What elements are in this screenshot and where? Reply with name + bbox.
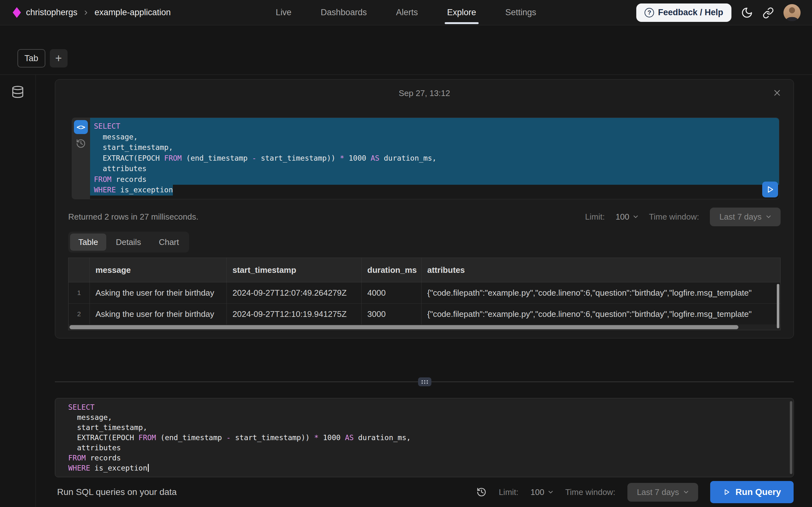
table-cell: {"code.filepath":"example.py","code.line… (421, 282, 780, 303)
breadcrumb-chevron-icon (83, 9, 90, 16)
share-link-button[interactable] (763, 7, 774, 18)
horizontal-scrollbar-thumb[interactable] (69, 325, 739, 329)
query-history-button[interactable] (476, 487, 487, 497)
play-icon (723, 488, 730, 496)
top-nav: christophergs example-application LiveDa… (0, 0, 812, 25)
sql-line: message, (64, 412, 794, 422)
time-window-value: Last 7 days (719, 212, 762, 222)
table-row[interactable]: 2Asking the user for their birthday2024-… (68, 303, 780, 325)
time-window-dropdown[interactable]: Last 7 days (627, 483, 698, 502)
nav-tab-explore[interactable]: Explore (447, 0, 476, 25)
chevron-down-icon (683, 491, 689, 494)
chevron-down-icon (633, 215, 638, 218)
column-header-start_timestamp: start_timestamp (227, 258, 362, 282)
explore-page: christophergs example-application LiveDa… (0, 0, 812, 507)
table-body: 1Asking the user for their birthday2024-… (68, 282, 780, 325)
sql-viewer-gutter: <> (72, 118, 90, 199)
time-window-value: Last 7 days (637, 487, 679, 497)
limit-value: 100 (531, 487, 544, 497)
column-header-attributes: attributes (421, 258, 780, 282)
dark-mode-toggle[interactable] (741, 7, 753, 19)
table-header-row: messagestart_timestampduration_msattribu… (68, 258, 780, 282)
query-tab[interactable]: Tab (17, 49, 45, 67)
result-controls: Limit: 100 Time window: Last 7 days (585, 208, 780, 226)
table-cell: 2024-09-27T12:07:49.264279Z (227, 282, 362, 303)
time-window-label: Time window: (565, 487, 615, 497)
database-schema-button[interactable] (9, 83, 27, 101)
nav-tabs: LiveDashboardsAlertsExploreSettings (275, 0, 536, 25)
vertical-scrollbar-thumb[interactable] (777, 284, 779, 328)
limit-value: 100 (616, 212, 629, 222)
column-header-rownum (68, 258, 90, 282)
run-query-button[interactable]: Run Query (710, 481, 794, 503)
sql-viewer[interactable]: <> SELECT message, start_timestamp, EXTR… (72, 118, 779, 199)
result-summary: Returned 2 rows in 27 milliseconds. (68, 212, 198, 222)
sql-editor[interactable]: SELECT message, start_timestamp, EXTRACT… (55, 398, 794, 477)
result-meta-row: Returned 2 rows in 27 milliseconds. Limi… (68, 207, 780, 227)
breadcrumb-project[interactable]: example-application (95, 8, 171, 17)
row-number: 2 (68, 303, 90, 325)
editor-scrollbar-thumb[interactable] (790, 401, 792, 474)
user-avatar[interactable] (783, 4, 801, 21)
table-row[interactable]: 1Asking the user for their birthday2024-… (68, 282, 780, 303)
query-timestamp: Sep 27, 13:12 (55, 89, 794, 98)
nav-tab-alerts[interactable]: Alerts (396, 0, 418, 25)
table-cell: {"code.filepath":"example.py","code.line… (421, 303, 780, 325)
close-card-button[interactable] (771, 87, 783, 99)
nav-actions: ? Feedback / Help (636, 3, 801, 22)
column-header-message: message (90, 258, 227, 282)
run-query-label: Run Query (735, 487, 781, 497)
grip-dots-icon (420, 379, 429, 385)
table-cell: 4000 (362, 282, 421, 303)
plus-icon: + (55, 52, 62, 65)
column-header-duration_ms: duration_ms (362, 258, 421, 282)
sql-line: WHERE is_exception (64, 463, 794, 473)
feedback-help-button[interactable]: ? Feedback / Help (636, 3, 731, 22)
sql-line: WHERE is_exception (90, 185, 779, 195)
view-tab-table[interactable]: Table (70, 233, 106, 250)
nav-tab-settings[interactable]: Settings (505, 0, 537, 25)
limit-label: Limit: (585, 212, 605, 222)
nav-tab-live[interactable]: Live (275, 0, 292, 25)
view-tab-details[interactable]: Details (107, 233, 149, 250)
footer-hint: Run SQL queries on your data (57, 487, 177, 497)
query-tab-strip: Tab + (17, 49, 67, 67)
sql-line: start_timestamp, (64, 422, 794, 433)
time-window-dropdown[interactable]: Last 7 days (710, 208, 780, 226)
limit-dropdown[interactable]: 100 (616, 212, 638, 222)
sql-line: FROM records (64, 453, 794, 463)
logfire-logo-icon[interactable] (13, 7, 21, 18)
breadcrumb-org[interactable]: christophergs (26, 8, 78, 17)
nav-tab-dashboards[interactable]: Dashboards (321, 0, 367, 25)
code-icon[interactable]: <> (74, 120, 88, 134)
sql-line: FROM records (90, 174, 779, 185)
sql-line: SELECT (90, 121, 779, 132)
view-tab-chart[interactable]: Chart (151, 233, 188, 250)
help-circle-icon: ? (645, 8, 654, 17)
chevron-down-icon (548, 491, 553, 494)
pane-splitter-handle[interactable] (418, 377, 432, 386)
schema-sidebar (0, 75, 36, 507)
sql-viewer-code[interactable]: SELECT message, start_timestamp, EXTRACT… (90, 118, 779, 199)
play-icon (766, 185, 774, 194)
link-icon (763, 7, 774, 18)
add-tab-button[interactable]: + (50, 49, 67, 67)
sql-line: message, (90, 132, 779, 143)
footer-controls: Limit: 100 Time window: Last 7 days Run … (476, 481, 794, 503)
close-icon (773, 89, 781, 97)
moon-icon (741, 7, 753, 19)
table-cell: Asking the user for their birthday (90, 282, 227, 303)
chevron-down-icon (766, 215, 771, 218)
limit-label: Limit: (499, 487, 518, 497)
table-cell: 3000 (362, 303, 421, 325)
sql-line: EXTRACT(EPOCH FROM (end_timestamp - star… (90, 153, 779, 164)
footer-bar: Run SQL queries on your data Limit: 100 … (0, 477, 812, 507)
sql-selection: SELECT message, start_timestamp, EXTRACT… (90, 118, 779, 185)
run-selection-button[interactable] (762, 181, 778, 198)
content-divider (0, 74, 812, 75)
limit-dropdown[interactable]: 100 (531, 487, 553, 497)
table-cell: 2024-09-27T12:10:19.941275Z (227, 303, 362, 325)
sql-selection-partial: WHERE is_exception (90, 185, 173, 195)
history-icon[interactable] (76, 138, 86, 149)
sql-line: attributes (64, 443, 794, 453)
